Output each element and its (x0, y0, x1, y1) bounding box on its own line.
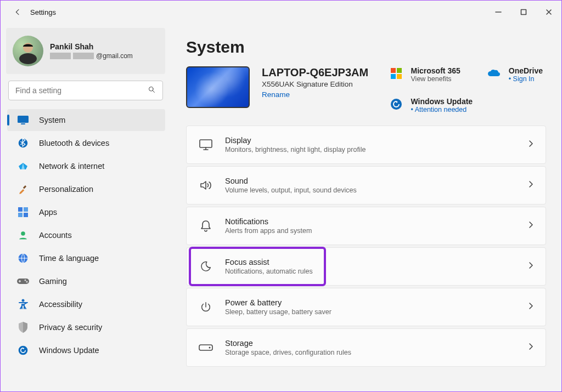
card-subtitle: Sleep, battery usage, battery saver (225, 308, 331, 316)
update-attention-link[interactable]: Attention needed (411, 106, 473, 113)
sidebar-item-label: Gaming (39, 277, 67, 286)
onedrive-tile[interactable]: OneDriveSign In (487, 66, 543, 83)
window-title: Settings (30, 8, 56, 16)
window-close-button[interactable] (536, 1, 561, 24)
nav-list: SystemBluetooth & devicesNetwork & inter… (6, 109, 165, 361)
card-title: Sound (225, 177, 357, 185)
chevron-right-icon (528, 180, 533, 190)
sidebar-item-privacy[interactable]: Privacy & security (7, 316, 165, 338)
card-title: Focus assist (225, 258, 313, 266)
system-icon (17, 114, 29, 126)
sidebar-item-label: Accounts (39, 231, 72, 240)
chevron-right-icon (528, 262, 533, 271)
device-wallpaper-thumb (186, 66, 250, 108)
titlebar: Settings (1, 1, 561, 24)
svg-point-3 (149, 87, 154, 92)
sidebar-item-accessibility[interactable]: Accessibility (7, 293, 165, 315)
search-input[interactable] (15, 86, 148, 95)
sidebar-item-system[interactable]: System (7, 109, 165, 131)
sound-icon (199, 178, 213, 192)
sidebar-item-gaming[interactable]: Gaming (7, 270, 165, 292)
apps-icon (17, 206, 29, 218)
focus-icon (199, 259, 213, 274)
svg-rect-22 (397, 74, 402, 79)
svg-point-1 (19, 53, 37, 64)
notifications-icon (199, 219, 213, 233)
card-power[interactable]: Power & batterySleep, battery usage, bat… (186, 288, 546, 326)
card-title: Notifications (225, 217, 312, 226)
gaming-icon (17, 275, 29, 287)
card-title: Power & battery (225, 298, 331, 307)
profile-email: @gmail.com (50, 52, 133, 60)
svg-rect-9 (24, 207, 28, 212)
sidebar-item-label: Personalization (39, 185, 93, 194)
display-icon (199, 138, 213, 152)
chevron-right-icon (528, 221, 533, 231)
card-subtitle: Alerts from apps and system (225, 227, 312, 235)
accessibility-icon (17, 298, 29, 310)
window-maximize-button[interactable] (511, 1, 536, 24)
svg-point-16 (26, 281, 28, 283)
sidebar-item-time[interactable]: Time & language (7, 247, 165, 269)
sidebar-item-label: Bluetooth & devices (39, 139, 109, 147)
svg-rect-10 (18, 213, 23, 217)
sidebar-item-personalization[interactable]: Personalization (7, 178, 165, 200)
card-subtitle: Monitors, brightness, night light, displ… (225, 146, 366, 154)
card-subtitle: Notifications, automatic rules (225, 268, 313, 275)
svg-point-18 (19, 346, 28, 355)
sidebar-item-label: Network & internet (39, 162, 104, 171)
power-icon (199, 300, 213, 314)
sidebar-item-network[interactable]: Network & internet (7, 155, 165, 177)
svg-rect-7 (23, 185, 26, 189)
card-display[interactable]: DisplayMonitors, brightness, night light… (186, 126, 546, 164)
sidebar-item-label: Accessibility (39, 300, 82, 309)
settings-cards: DisplayMonitors, brightness, night light… (186, 126, 546, 367)
device-hero: LAPTOP-Q6EJP3AM X556UAK Signature Editio… (186, 66, 546, 113)
sidebar-item-apps[interactable]: Apps (7, 201, 165, 223)
sidebar-item-label: Time & language (39, 254, 99, 263)
svg-rect-5 (21, 123, 25, 124)
chevron-right-icon (528, 302, 533, 312)
svg-point-15 (25, 280, 26, 281)
sidebar-item-accounts[interactable]: Accounts (7, 224, 165, 246)
svg-rect-8 (18, 207, 23, 212)
windows-update-tile[interactable]: Windows UpdateAttention needed (389, 97, 543, 113)
sidebar-item-bluetooth[interactable]: Bluetooth & devices (7, 132, 165, 154)
time-icon (17, 252, 29, 264)
window-minimize-button[interactable] (486, 1, 511, 24)
svg-rect-11 (24, 213, 28, 217)
network-icon (17, 160, 29, 172)
device-name: LAPTOP-Q6EJP3AM (262, 66, 368, 79)
card-title: Display (225, 136, 366, 145)
svg-rect-24 (200, 140, 212, 147)
svg-rect-0 (521, 10, 526, 15)
card-notifications[interactable]: NotificationsAlerts from apps and system (186, 207, 546, 245)
svg-point-12 (21, 231, 25, 236)
bluetooth-icon (17, 137, 29, 149)
onedrive-signin-link[interactable]: Sign In (509, 75, 543, 83)
m365-tile[interactable]: Microsoft 365View benefits (389, 66, 460, 83)
profile-card[interactable]: Pankil Shah @gmail.com (6, 28, 165, 74)
svg-rect-20 (397, 68, 402, 73)
card-sound[interactable]: SoundVolume levels, output, input, sound… (186, 166, 546, 204)
chevron-right-icon (528, 343, 533, 353)
search-icon (148, 86, 156, 95)
device-model: X556UAK Signature Edition (262, 80, 368, 88)
svg-rect-19 (391, 68, 396, 73)
update-icon (17, 344, 29, 356)
sidebar-item-label: Privacy & security (39, 323, 102, 332)
sidebar: Pankil Shah @gmail.com SystemBluetooth &… (1, 24, 171, 391)
m365-icon (389, 66, 403, 81)
card-focus[interactable]: Focus assistNotifications, automatic rul… (186, 247, 546, 286)
sidebar-item-update[interactable]: Windows Update (7, 339, 165, 361)
avatar (13, 36, 43, 66)
rename-link[interactable]: Rename (262, 90, 368, 99)
svg-point-23 (391, 99, 402, 110)
back-button[interactable] (10, 5, 25, 19)
card-title: Storage (225, 339, 351, 348)
card-storage[interactable]: StorageStorage space, drives, configurat… (186, 328, 546, 367)
update-icon (389, 97, 403, 111)
chevron-right-icon (528, 140, 533, 150)
main-content: System LAPTOP-Q6EJP3AM X556UAK Signature… (171, 24, 561, 391)
search-box[interactable] (8, 81, 163, 100)
